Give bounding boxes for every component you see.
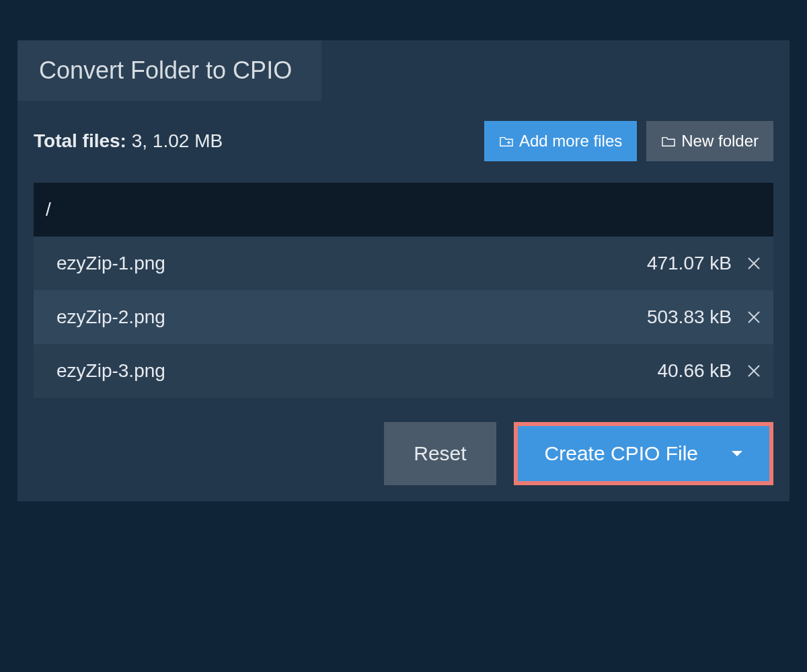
new-folder-label: New folder [681,132,759,151]
folder-plus-icon [499,135,514,147]
file-row: ezyZip-3.png 40.66 kB [34,344,773,398]
folder-icon [661,135,676,147]
file-name: ezyZip-3.png [56,360,165,382]
remove-file-icon[interactable] [746,310,761,325]
tab-title: Convert Folder to CPIO [17,40,321,101]
total-files-label: Total files: 3, 1.02 MB [34,130,223,152]
create-cpio-label: Create CPIO File [545,442,698,465]
panel-content: Total files: 3, 1.02 MB Add more files [17,101,790,501]
reset-button[interactable]: Reset [384,422,496,485]
file-size: 40.66 kB [657,360,732,382]
add-more-files-button[interactable]: Add more files [484,121,637,161]
file-size: 503.83 kB [647,306,732,328]
total-files-count: 3 [132,130,143,151]
remove-file-icon[interactable] [746,364,761,378]
create-button-highlight: Create CPIO File [514,422,773,485]
total-files-size: 1.02 MB [153,130,223,151]
remove-file-icon[interactable] [746,256,761,271]
file-row: ezyZip-1.png 471.07 kB [34,237,773,290]
file-name: ezyZip-1.png [56,253,165,274]
file-list: / ezyZip-1.png 471.07 kB ezyZip-2.png 50… [34,183,773,398]
path-row: / [34,183,773,237]
new-folder-button[interactable]: New folder [646,121,773,161]
file-name: ezyZip-2.png [56,306,165,328]
top-button-group: Add more files New folder [484,121,773,161]
summary-row: Total files: 3, 1.02 MB Add more files [34,121,773,161]
main-panel: Convert Folder to CPIO Total files: 3, 1… [17,40,790,501]
chevron-down-icon [732,451,742,456]
total-files-prefix: Total files: [34,130,126,151]
file-size: 471.07 kB [647,253,732,274]
add-more-files-label: Add more files [519,132,622,151]
file-row: ezyZip-2.png 503.83 kB [34,290,773,344]
create-cpio-button[interactable]: Create CPIO File [518,426,769,481]
bottom-button-row: Reset Create CPIO File [34,422,773,485]
